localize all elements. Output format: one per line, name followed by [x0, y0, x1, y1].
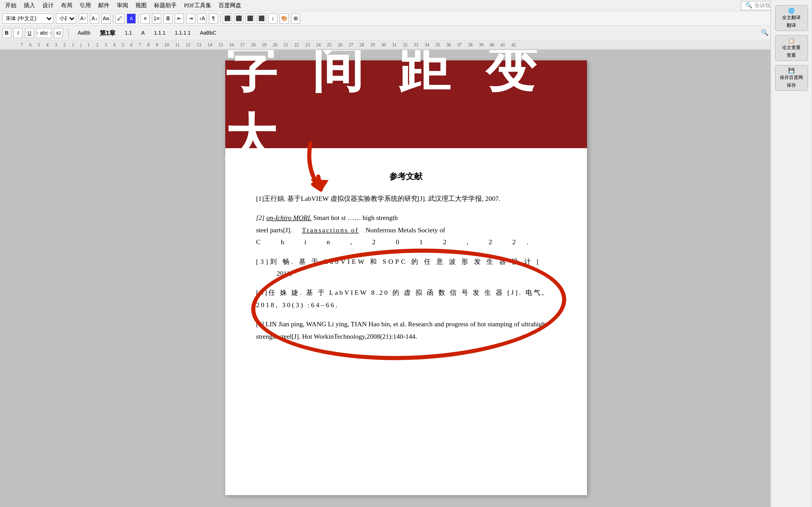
case-btn[interactable]: Aa [101, 13, 111, 23]
menu-item-review[interactable]: 审阅 [114, 1, 131, 10]
document-page: 字 间 距 变 大 参考文献 [1]王行娟. 基于LabVIEW 虚拟仪器实验教… [225, 60, 587, 495]
translate-btn[interactable]: 🌐 全文翻译 翻译 [775, 5, 808, 31]
subscript-btn[interactable]: x2 [54, 27, 63, 38]
font-name-select[interactable]: 宋体 (中文正) [2, 13, 54, 23]
divider2 [138, 14, 139, 23]
border-btn[interactable]: ⊞ [291, 13, 300, 23]
strikethrough-btn[interactable]: - abc - [36, 27, 52, 38]
ref-item-5: [5] LIN Jian ping, WANG Li ying, TIAN Ha… [256, 318, 556, 342]
save-label: 保存百度网 [780, 74, 803, 81]
ref-1-text: [1]王行娟. 基于LabVIEW 虚拟仪器实验教学系统的研究[J]. 武汉理工… [256, 194, 500, 203]
align-left-btn[interactable]: ⬛ [223, 13, 232, 23]
font-size-select[interactable]: 小四 [56, 13, 77, 23]
ref-item-2: [2] on-Ichiro MORI. Smart hot st …… high… [256, 212, 556, 248]
ref-4-text: [4]任 姝 婕. 基 于 LabVIEW 8.20 的 虚 拟 函 数 信 号… [256, 289, 545, 309]
translate-icon: 🌐 [788, 7, 795, 13]
ref-2-china: C h i n , 2 0 1 2 , 2 2 [256, 238, 525, 246]
right-panel: 🌐 全文翻译 翻译 📋 论文查重 查重 💾 保存百度网 保存 [770, 0, 812, 507]
decrease-font-btn[interactable]: A↓ [90, 13, 99, 23]
ref-item-3: [3]刘 畅. 基 于 LabVIEW 和 SOPC 的 任 意 波 形 发 生… [256, 255, 556, 280]
menu-item-insert[interactable]: 插入 [21, 1, 38, 10]
ref-2-end: . [527, 238, 528, 246]
italic-btn[interactable]: I [13, 27, 23, 38]
multilevel-btn[interactable]: ≣ [163, 13, 172, 23]
style-heading5[interactable]: 1.1.1.1 [171, 27, 194, 38]
menu-item-mail[interactable]: 邮件 [95, 1, 113, 10]
bullets-btn[interactable]: ≡ [141, 13, 150, 23]
sort-btn[interactable]: ↕A [197, 13, 207, 23]
menu-item-title-helper[interactable]: 标题助手 [151, 1, 180, 10]
menu-item-design[interactable]: 设计 [39, 1, 57, 10]
plagiarism-sub: 查重 [787, 52, 796, 59]
style-heading6[interactable]: AaBbC [196, 27, 220, 38]
banner-text: 字 间 距 变 大 [225, 50, 587, 174]
ref-2-label: [2] [256, 214, 264, 222]
underline-btn[interactable]: U [25, 27, 34, 38]
styles-area: AaBb 第1章 1.1 A 1.1.1 1.1.1.1 AaBbC [74, 27, 220, 38]
line-spacing-btn[interactable]: ↕ [268, 13, 277, 23]
indent-increase-btn[interactable]: ⇥ [186, 13, 195, 23]
divider1 [113, 14, 113, 23]
menu-item-start[interactable]: 开始 [2, 1, 20, 10]
ref-item-4: [4]任 姝 婕. 基 于 LabVIEW 8.20 的 虚 拟 函 数 信 号… [256, 287, 556, 311]
plagiarism-label: 论文查重 [782, 44, 801, 51]
ref-2-suffix: high strength [362, 214, 398, 222]
ref-2-metals: Nonferrous Metals Society of [366, 226, 445, 234]
menu-item-ref[interactable]: 引用 [77, 1, 94, 10]
menu-item-baidu[interactable]: 百度网盘 [215, 1, 244, 10]
ref-2-dots: …… [348, 214, 361, 222]
ref-3-text: [3]刘 畅. 基 于 LabVIEW 和 SOPC 的 任 意 波 形 发 生… [256, 258, 541, 265]
document-area: 字 间 距 变 大 参考文献 [1]王行娟. 基于LabVIEW 虚拟仪器实验教… [0, 50, 812, 505]
save-icon: 💾 [788, 67, 795, 73]
app-container: 开始 插入 设计 布局 引用 邮件 审阅 视图 标题助手 PDF工具集 百度网盘… [0, 0, 812, 507]
plagiarism-icon: 📋 [788, 38, 795, 43]
menu-bar: 开始 插入 设计 布局 引用 邮件 审阅 视图 标题助手 PDF工具集 百度网盘… [0, 0, 812, 11]
magnifier-icon: 🔍 [761, 29, 769, 37]
ref-2-steelparts: steel parts[J]. [256, 226, 292, 234]
translate-sub: 翻译 [787, 22, 796, 29]
menu-item-pdf[interactable]: PDF工具集 [181, 1, 214, 10]
align-right-btn[interactable]: ⬛ [245, 13, 255, 23]
ref-3-indent: 2011, [256, 270, 292, 277]
menu-item-layout[interactable]: 布局 [58, 1, 75, 10]
divider3 [220, 14, 221, 23]
formatting-bar: 宋体 (中文正) 小四 A↑ A↓ Aa 🖊 A ≡ 1≡ ≣ ⇤ ⇥ ↕A ¶… [0, 11, 812, 26]
style-heading2[interactable]: 1.1 [121, 27, 136, 38]
text-color-btn[interactable]: A [126, 13, 136, 23]
ref-2-journal: Transactions of [302, 226, 359, 234]
shading-btn[interactable]: 🎨 [280, 13, 289, 23]
style-normal[interactable]: AaBb [74, 27, 94, 38]
style-heading1[interactable]: 第1章 [96, 27, 119, 38]
increase-font-btn[interactable]: A↑ [79, 13, 88, 23]
ref-2-title: Smart hot st [313, 214, 346, 222]
style-heading4[interactable]: 1.1.1 [150, 27, 169, 38]
ref-item-1: [1]王行娟. 基于LabVIEW 虚拟仪器实验教学系统的研究[J]. 武汉理工… [256, 192, 556, 205]
search-icon: 🔍 [745, 2, 753, 9]
toolbar-area: 开始 插入 设计 布局 引用 邮件 审阅 视图 标题助手 PDF工具集 百度网盘… [0, 0, 812, 50]
ref-2-author: on-Ichiro MORI. [266, 214, 312, 222]
char-formatting-bar: B I U - abc - x2 AaBb 第1章 1.1 A 1.1.1 1.… [0, 26, 812, 40]
indent-decrease-btn[interactable]: ⇤ [174, 13, 184, 23]
ruler: 76543 21| 12345 678910 1112131415 161718… [0, 40, 812, 50]
bold-btn[interactable]: B [2, 27, 11, 38]
divider4 [68, 28, 69, 38]
numbering-btn[interactable]: 1≡ [152, 13, 161, 23]
highlight-btn[interactable]: 🖊 [115, 13, 124, 23]
red-banner: 字 间 距 变 大 [225, 60, 587, 148]
plagiarism-btn[interactable]: 📋 论文查重 查重 [775, 35, 808, 61]
show-marks-btn[interactable]: ¶ [209, 13, 218, 23]
doc-content: 参考文献 [1]王行娟. 基于LabVIEW 虚拟仪器实验教学系统的研究[J].… [256, 171, 556, 342]
ruler-marks: 76543 21| 12345 678910 1112131415 161718… [21, 42, 516, 47]
translate-label: 全文翻译 [782, 14, 801, 21]
style-heading3[interactable]: A [138, 27, 148, 38]
save-baidu-btn[interactable]: 💾 保存百度网 保存 [775, 65, 808, 91]
justify-btn[interactable]: ⬛ [257, 13, 266, 23]
align-center-btn[interactable]: ⬛ [234, 13, 243, 23]
menu-item-view[interactable]: 视图 [132, 1, 150, 10]
save-sub: 保存 [787, 82, 796, 89]
ref-5-text: [5] LIN Jian ping, WANG Li ying, TIAN Ha… [256, 320, 545, 340]
